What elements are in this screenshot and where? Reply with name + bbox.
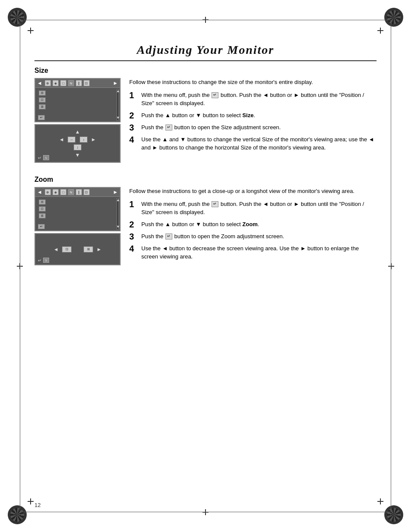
size-osd-toolbar: ◄ ⊕ ◈ □ N ∥ ⊡ ►	[35, 79, 120, 88]
size-mid-row: ◄ ↔ ↕ ►	[59, 137, 96, 143]
scroll-up-arrow	[117, 90, 119, 92]
zoom-osd-item-icon-1: ⊞	[39, 199, 46, 205]
toolbar-arrow-right: ►	[113, 80, 118, 86]
zoom-osd-scroll	[116, 198, 119, 230]
zoom-osd-item-3: ⊠	[39, 213, 116, 218]
size-steps: 1 With the menu off, push the ↵ button. …	[129, 91, 377, 152]
zoom-enter-btn-icon: ↵	[212, 201, 218, 207]
zoom-toolbar-icon-5: ∥	[76, 189, 82, 195]
corner-decoration-tl	[8, 8, 34, 34]
zoom-step-3-num: 3	[129, 232, 138, 241]
size-v-icon: ↕	[80, 137, 87, 143]
zoom-step-2-num: 2	[129, 220, 138, 229]
zoom-left-arrow: ◄	[53, 246, 59, 252]
size-instructions: Follow these instructions to change the …	[129, 78, 377, 163]
scroll-down-arrow	[117, 117, 119, 119]
size-osd-item-3: ⊠	[39, 104, 116, 109]
zoom-intro: Follow these instructions to get a close…	[129, 187, 377, 196]
corner-decoration-bl	[8, 498, 34, 524]
corner-decoration-br	[377, 498, 403, 524]
osd-item-icon-3: ⊠	[39, 104, 46, 109]
zoom-step-3: 3 Push the ↵ button to open the Zoom adj…	[129, 232, 377, 241]
size-osd-scroll	[116, 89, 119, 121]
zoom-step-1: 1 With the menu off, push the ↵ button. …	[129, 200, 377, 217]
size-section-title: Size	[34, 67, 377, 75]
edge-cross-bottom	[202, 509, 209, 515]
toolbar-icon-6: ⊡	[84, 80, 90, 86]
zoom-return-label: N	[43, 258, 49, 263]
osd-item-icon-1: ⊞	[39, 90, 46, 96]
zoom-adjust-row: ◄ ⊡ ⊞ ►	[53, 246, 102, 252]
corner-decoration-tr	[377, 8, 403, 34]
zoom-scroll-up-arrow	[117, 199, 119, 201]
zoom-osd-item-icon-2: ⊡	[39, 206, 46, 212]
size-up-arrow: ▲	[75, 129, 80, 135]
size-osd-item-1: ⊞	[39, 90, 116, 96]
zoom-step-1-text: With the menu off, push the ↵ button. Pu…	[141, 200, 377, 217]
size-step-2: 2 Push the ▲ button or ▼ button to selec…	[129, 111, 377, 120]
size-bottom-row: ↕	[74, 144, 81, 150]
size-osd-bottom: ↵	[35, 114, 120, 121]
size-step-4-num: 4	[129, 135, 138, 152]
osd-bottom-icon: ↵	[38, 115, 45, 120]
zoom-osd-adjust: ◄ ⊡ ⊞ ► ↵ N	[34, 233, 121, 265]
zoom-osd-item-2: ⊡	[39, 206, 116, 212]
size-icon-bottom: ↕	[74, 144, 81, 150]
enter-btn-icon: ↵	[212, 92, 218, 98]
border-bottom	[20, 512, 391, 512]
size-return-label: N	[43, 155, 49, 160]
size-adjust-bottom: ↵ N	[38, 155, 49, 160]
toolbar-icon-5: ∥	[76, 80, 82, 86]
size-step-4-text: Use the ▲ and ▼ buttons to change the ve…	[141, 135, 377, 152]
zoom-osd-item-icon-3: ⊠	[39, 213, 46, 218]
size-osd-menu: ◄ ⊕ ◈ □ N ∥ ⊡ ► ⊞ ⊡	[34, 78, 121, 122]
toolbar-icon-3: □	[60, 80, 66, 86]
zoom-icon-2: ⊞	[84, 246, 93, 252]
page-title: Adjusting Your Monitor	[0, 43, 411, 57]
size-step-3: 3 Push the ↵ button to open the Size adj…	[129, 123, 377, 132]
size-down-arrow: ▼	[75, 152, 80, 158]
size-step-1: 1 With the menu off, push the ↵ button. …	[129, 91, 377, 108]
zoom-steps: 1 With the menu off, push the ↵ button. …	[129, 200, 377, 261]
size-step-2-num: 2	[129, 111, 138, 120]
size-right-arrow: ►	[91, 137, 96, 143]
zoom-toolbar-icon-3: □	[60, 189, 66, 195]
zoom-section-body: ◄ ⊕ ◈ □ N ∥ ⊡ ► ⊞ ⊡	[34, 187, 377, 265]
page-number: 12	[34, 502, 40, 508]
size-step-4: 4 Use the ▲ and ▼ buttons to change the …	[129, 135, 377, 152]
size-adjust-arrows: ▲ ◄ ↔ ↕ ► ↕ ▼	[59, 129, 96, 158]
zoom-toolbar-arrow-left: ◄	[37, 189, 42, 195]
size-osd-adjust: ▲ ◄ ↔ ↕ ► ↕ ▼ ↵ N	[34, 124, 121, 163]
zoom-toolbar-icon-4: N	[68, 189, 74, 195]
size-step-3-num: 3	[129, 123, 138, 132]
zoom-toolbar-icon-2: ◈	[53, 189, 59, 195]
zoom-osd-bottom: ↵	[35, 223, 120, 230]
zoom-step-2-text: Push the ▲ button or ▼ button to select …	[141, 220, 377, 229]
size-osd-container: ◄ ⊕ ◈ □ N ∥ ⊡ ► ⊞ ⊡	[34, 78, 121, 163]
zoom-osd-toolbar: ◄ ⊕ ◈ □ N ∥ ⊡ ►	[35, 188, 120, 197]
toolbar-icon-2: ◈	[53, 80, 59, 86]
zoom-toolbar-icon-6: ⊡	[84, 189, 90, 195]
size-section: Size ◄ ⊕ ◈ □ N ∥ ⊡ ►	[34, 67, 377, 163]
enter-btn-icon-2: ↵	[165, 124, 172, 131]
zoom-scroll-down-arrow	[117, 226, 119, 228]
zoom-osd-bottom-icon: ↵	[38, 224, 45, 229]
zoom-osd-item-1: ⊞	[39, 199, 116, 205]
zoom-toolbar-arrow-right: ►	[113, 189, 118, 195]
zoom-right-arrow: ►	[97, 246, 102, 252]
toolbar-icon-4: N	[68, 80, 74, 86]
zoom-osd-container: ◄ ⊕ ◈ □ N ∥ ⊡ ► ⊞ ⊡	[34, 187, 121, 265]
border-left	[20, 20, 20, 512]
osd-item-icon-2: ⊡	[39, 97, 46, 103]
size-step-1-num: 1	[129, 91, 138, 108]
toolbar-arrow-left: ◄	[37, 80, 42, 86]
size-left-arrow: ◄	[59, 137, 64, 143]
zoom-section: Zoom ◄ ⊕ ◈ □ N ∥ ⊡ ►	[34, 176, 377, 265]
zoom-step-4-num: 4	[129, 244, 138, 261]
zoom-enter-btn-icon-2: ↵	[165, 233, 172, 240]
toolbar-icon-1: ⊕	[45, 80, 51, 86]
zoom-step-4: 4 Use the ◄ button to decrease the scree…	[129, 244, 377, 261]
size-step-1-text: With the menu off, push the ↵ button. Pu…	[141, 91, 377, 108]
zoom-toolbar-icon-1: ⊕	[45, 189, 51, 195]
zoom-osd-menu: ◄ ⊕ ◈ □ N ∥ ⊡ ► ⊞ ⊡	[34, 187, 121, 231]
